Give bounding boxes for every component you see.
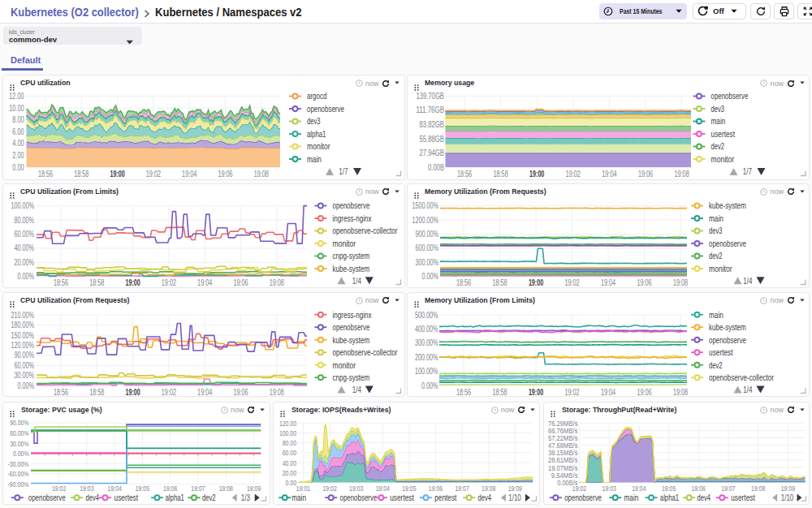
svg-text:19:08: 19:08 <box>254 170 270 179</box>
svg-text:usertest: usertest <box>711 129 736 139</box>
svg-text:1/10: 1/10 <box>780 493 793 502</box>
svg-text:19:04: 19:04 <box>602 170 617 179</box>
svg-text:300.00%: 300.00% <box>416 258 439 267</box>
svg-text:100.00%: 100.00% <box>11 201 35 210</box>
svg-text:openobserve-collector: openobserve-collector <box>709 372 774 382</box>
svg-text:60.00%: 60.00% <box>10 428 29 437</box>
svg-text:19:02: 19:02 <box>162 278 177 287</box>
svg-text:alpha1: alpha1 <box>165 493 184 502</box>
svg-text:0.00%: 0.00% <box>421 381 438 390</box>
svg-text:main: main <box>709 213 723 223</box>
svg-text:10.00: 10.00 <box>9 104 24 113</box>
svg-text:19:06: 19:06 <box>218 170 233 179</box>
svg-text:19:09: 19:09 <box>780 484 794 493</box>
svg-text:19:08: 19:08 <box>675 170 690 179</box>
svg-text:19:00: 19:00 <box>126 387 141 396</box>
svg-text:210.00%: 210.00% <box>11 310 35 319</box>
svg-text:0.00%: 0.00% <box>13 449 29 458</box>
svg-text:kube-system: kube-system <box>333 264 370 273</box>
svg-text:dev4: dev4 <box>697 493 710 502</box>
svg-text:60.00%: 60.00% <box>15 230 35 239</box>
svg-text:8.00: 8.00 <box>12 115 24 124</box>
svg-text:80.00%: 80.00% <box>15 215 35 224</box>
svg-text:111.76GB: 111.76GB <box>416 105 444 114</box>
svg-text:1/3: 1/3 <box>241 493 250 502</box>
svg-text:19:02: 19:02 <box>572 484 585 493</box>
svg-text:cnpg-system: cnpg-system <box>333 372 370 382</box>
svg-text:120.00%: 120.00% <box>11 341 35 350</box>
svg-text:19:08: 19:08 <box>482 484 495 493</box>
svg-text:openobserve: openobserve <box>711 91 749 101</box>
svg-text:dev2: dev2 <box>711 141 725 151</box>
svg-text:dev2: dev2 <box>709 359 723 369</box>
svg-text:19:06: 19:06 <box>637 387 652 396</box>
svg-text:kube-system: kube-system <box>709 322 746 332</box>
svg-text:19:00: 19:00 <box>529 387 544 396</box>
svg-text:19:07: 19:07 <box>721 484 735 493</box>
svg-text:18:58: 18:58 <box>492 278 508 287</box>
svg-text:18:58: 18:58 <box>89 387 105 396</box>
svg-text:19:00: 19:00 <box>529 170 545 179</box>
svg-text:19:04: 19:04 <box>197 387 213 396</box>
svg-text:20.00%: 20.00% <box>15 258 35 267</box>
svg-text:600.00%: 600.00% <box>416 243 439 252</box>
svg-text:150.00%: 150.00% <box>11 330 35 339</box>
svg-text:1200.00%: 1200.00% <box>412 215 439 224</box>
svg-text:main: main <box>711 116 726 126</box>
svg-text:18:58: 18:58 <box>89 278 105 287</box>
svg-text:19:09: 19:09 <box>247 484 261 493</box>
svg-text:19:00: 19:00 <box>110 170 126 179</box>
svg-text:55.88GB: 55.88GB <box>419 135 444 144</box>
svg-text:alpha1: alpha1 <box>307 129 326 139</box>
svg-text:monitor: monitor <box>307 141 330 151</box>
svg-text:-30.00%: -30.00% <box>7 458 29 467</box>
svg-text:19:05: 19:05 <box>402 484 416 493</box>
svg-text:dev3: dev3 <box>711 104 725 114</box>
svg-text:ingress-nginx: ingress-nginx <box>333 213 373 223</box>
svg-text:18:56: 18:56 <box>54 387 69 396</box>
svg-text:usertest: usertest <box>114 493 139 502</box>
svg-text:openobserve: openobserve <box>307 104 344 114</box>
svg-text:100.00%: 100.00% <box>415 367 438 376</box>
svg-text:openobserve: openobserve <box>564 493 602 502</box>
svg-text:19:05: 19:05 <box>136 484 149 493</box>
svg-text:19:08: 19:08 <box>219 484 233 493</box>
svg-text:1/7: 1/7 <box>339 166 348 176</box>
svg-text:argocd: argocd <box>307 91 327 101</box>
svg-text:30.00%: 30.00% <box>10 438 29 447</box>
svg-text:openobserve: openobserve <box>339 493 377 502</box>
svg-text:19:06: 19:06 <box>637 278 652 287</box>
svg-text:19:03: 19:03 <box>602 484 615 493</box>
svg-text:19:08: 19:08 <box>270 387 285 396</box>
svg-text:openobserve: openobserve <box>333 200 370 210</box>
svg-text:18:58: 18:58 <box>494 170 509 179</box>
svg-text:19:06: 19:06 <box>638 170 654 179</box>
svg-text:19:04: 19:04 <box>632 484 646 493</box>
svg-text:40.00: 40.00 <box>283 458 296 467</box>
svg-text:1/7: 1/7 <box>743 166 752 176</box>
svg-text:18:56: 18:56 <box>38 170 54 179</box>
svg-text:19:06: 19:06 <box>691 484 705 493</box>
svg-text:0.00: 0.00 <box>285 478 296 487</box>
svg-text:19:02: 19:02 <box>146 170 162 179</box>
svg-text:200.00%: 200.00% <box>415 353 438 362</box>
svg-text:18:56: 18:56 <box>457 170 473 179</box>
svg-text:19:02: 19:02 <box>162 387 177 396</box>
svg-text:19:02: 19:02 <box>564 278 580 287</box>
svg-text:19:02: 19:02 <box>566 170 581 179</box>
svg-text:dev4: dev4 <box>477 493 491 502</box>
svg-text:0.00B: 0.00B <box>428 163 444 172</box>
svg-text:19:09: 19:09 <box>508 484 521 493</box>
svg-text:19:06: 19:06 <box>233 387 248 396</box>
svg-text:18:56: 18:56 <box>456 278 472 287</box>
svg-text:19:06: 19:06 <box>429 484 443 493</box>
svg-text:19:00: 19:00 <box>126 278 141 287</box>
svg-text:kube-system: kube-system <box>333 334 370 344</box>
svg-text:openobserve: openobserve <box>333 322 370 332</box>
svg-text:139.70GB: 139.70GB <box>416 92 444 101</box>
svg-text:27.94GB: 27.94GB <box>419 149 444 157</box>
svg-text:90.00%: 90.00% <box>15 351 35 359</box>
svg-text:19:07: 19:07 <box>191 484 205 493</box>
svg-text:usertest: usertest <box>709 347 733 357</box>
svg-text:openobserve: openobserve <box>709 239 746 248</box>
